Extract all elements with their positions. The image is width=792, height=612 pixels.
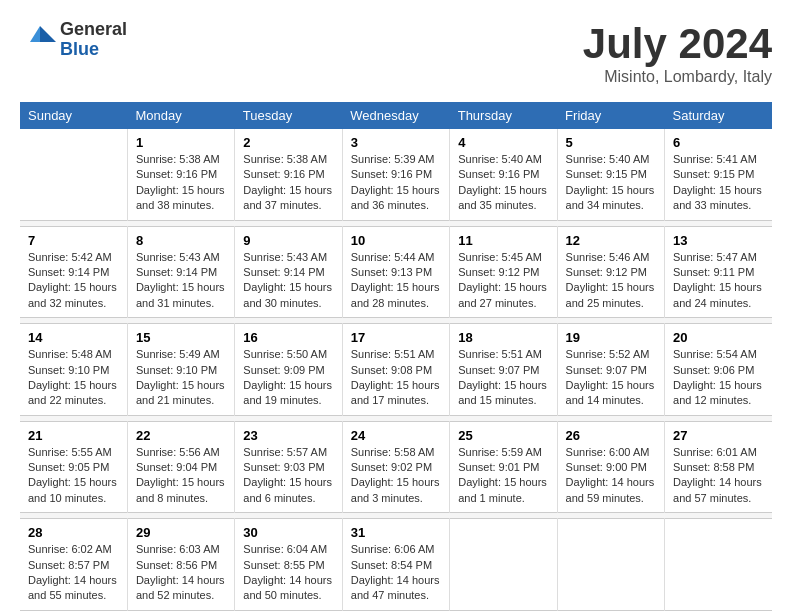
logo-blue: Blue — [60, 40, 127, 60]
day-number: 19 — [566, 330, 656, 345]
day-info: Sunrise: 5:45 AM Sunset: 9:12 PM Dayligh… — [458, 250, 548, 312]
day-info: Sunrise: 5:51 AM Sunset: 9:07 PM Dayligh… — [458, 347, 548, 409]
day-info: Sunrise: 5:55 AM Sunset: 9:05 PM Dayligh… — [28, 445, 119, 507]
weekday-header: Saturday — [665, 102, 772, 129]
day-info: Sunrise: 5:46 AM Sunset: 9:12 PM Dayligh… — [566, 250, 656, 312]
day-number: 9 — [243, 233, 333, 248]
calendar-cell — [450, 519, 557, 611]
calendar-table: SundayMondayTuesdayWednesdayThursdayFrid… — [20, 102, 772, 611]
day-number: 6 — [673, 135, 764, 150]
day-number: 22 — [136, 428, 226, 443]
calendar-week-row: 14Sunrise: 5:48 AM Sunset: 9:10 PM Dayli… — [20, 324, 772, 416]
day-number: 20 — [673, 330, 764, 345]
weekday-header: Monday — [127, 102, 234, 129]
weekday-header: Tuesday — [235, 102, 342, 129]
calendar-cell: 17Sunrise: 5:51 AM Sunset: 9:08 PM Dayli… — [342, 324, 449, 416]
day-number: 17 — [351, 330, 441, 345]
calendar-cell: 18Sunrise: 5:51 AM Sunset: 9:07 PM Dayli… — [450, 324, 557, 416]
day-info: Sunrise: 5:42 AM Sunset: 9:14 PM Dayligh… — [28, 250, 119, 312]
calendar-cell: 4Sunrise: 5:40 AM Sunset: 9:16 PM Daylig… — [450, 129, 557, 220]
calendar-cell: 16Sunrise: 5:50 AM Sunset: 9:09 PM Dayli… — [235, 324, 342, 416]
day-number: 3 — [351, 135, 441, 150]
calendar-cell: 11Sunrise: 5:45 AM Sunset: 9:12 PM Dayli… — [450, 226, 557, 318]
day-info: Sunrise: 5:50 AM Sunset: 9:09 PM Dayligh… — [243, 347, 333, 409]
day-number: 30 — [243, 525, 333, 540]
day-number: 12 — [566, 233, 656, 248]
calendar-cell: 28Sunrise: 6:02 AM Sunset: 8:57 PM Dayli… — [20, 519, 127, 611]
weekday-header: Thursday — [450, 102, 557, 129]
calendar-cell: 29Sunrise: 6:03 AM Sunset: 8:56 PM Dayli… — [127, 519, 234, 611]
logo: General Blue — [20, 20, 127, 60]
page-header: General Blue July 2024 Misinto, Lombardy… — [20, 20, 772, 86]
day-number: 26 — [566, 428, 656, 443]
day-number: 16 — [243, 330, 333, 345]
weekday-header-row: SundayMondayTuesdayWednesdayThursdayFrid… — [20, 102, 772, 129]
calendar-week-row: 1Sunrise: 5:38 AM Sunset: 9:16 PM Daylig… — [20, 129, 772, 220]
calendar-cell: 26Sunrise: 6:00 AM Sunset: 9:00 PM Dayli… — [557, 421, 664, 513]
day-info: Sunrise: 6:03 AM Sunset: 8:56 PM Dayligh… — [136, 542, 226, 604]
day-info: Sunrise: 5:44 AM Sunset: 9:13 PM Dayligh… — [351, 250, 441, 312]
day-info: Sunrise: 5:52 AM Sunset: 9:07 PM Dayligh… — [566, 347, 656, 409]
calendar-cell: 14Sunrise: 5:48 AM Sunset: 9:10 PM Dayli… — [20, 324, 127, 416]
calendar-week-row: 7Sunrise: 5:42 AM Sunset: 9:14 PM Daylig… — [20, 226, 772, 318]
day-info: Sunrise: 6:04 AM Sunset: 8:55 PM Dayligh… — [243, 542, 333, 604]
calendar-cell: 5Sunrise: 5:40 AM Sunset: 9:15 PM Daylig… — [557, 129, 664, 220]
day-number: 29 — [136, 525, 226, 540]
day-info: Sunrise: 5:48 AM Sunset: 9:10 PM Dayligh… — [28, 347, 119, 409]
weekday-header: Friday — [557, 102, 664, 129]
logo-general: General — [60, 20, 127, 40]
day-info: Sunrise: 5:49 AM Sunset: 9:10 PM Dayligh… — [136, 347, 226, 409]
day-number: 15 — [136, 330, 226, 345]
day-number: 10 — [351, 233, 441, 248]
calendar-cell: 8Sunrise: 5:43 AM Sunset: 9:14 PM Daylig… — [127, 226, 234, 318]
day-info: Sunrise: 5:39 AM Sunset: 9:16 PM Dayligh… — [351, 152, 441, 214]
day-info: Sunrise: 5:58 AM Sunset: 9:02 PM Dayligh… — [351, 445, 441, 507]
day-info: Sunrise: 6:02 AM Sunset: 8:57 PM Dayligh… — [28, 542, 119, 604]
day-number: 18 — [458, 330, 548, 345]
day-number: 25 — [458, 428, 548, 443]
day-number: 27 — [673, 428, 764, 443]
calendar-cell: 30Sunrise: 6:04 AM Sunset: 8:55 PM Dayli… — [235, 519, 342, 611]
svg-marker-0 — [40, 26, 56, 42]
calendar-cell: 6Sunrise: 5:41 AM Sunset: 9:15 PM Daylig… — [665, 129, 772, 220]
day-info: Sunrise: 6:01 AM Sunset: 8:58 PM Dayligh… — [673, 445, 764, 507]
location: Misinto, Lombardy, Italy — [583, 68, 772, 86]
calendar-cell: 9Sunrise: 5:43 AM Sunset: 9:14 PM Daylig… — [235, 226, 342, 318]
calendar-week-row: 21Sunrise: 5:55 AM Sunset: 9:05 PM Dayli… — [20, 421, 772, 513]
day-info: Sunrise: 5:56 AM Sunset: 9:04 PM Dayligh… — [136, 445, 226, 507]
day-info: Sunrise: 5:43 AM Sunset: 9:14 PM Dayligh… — [243, 250, 333, 312]
day-number: 4 — [458, 135, 548, 150]
calendar-cell: 31Sunrise: 6:06 AM Sunset: 8:54 PM Dayli… — [342, 519, 449, 611]
calendar-cell: 13Sunrise: 5:47 AM Sunset: 9:11 PM Dayli… — [665, 226, 772, 318]
calendar-cell: 3Sunrise: 5:39 AM Sunset: 9:16 PM Daylig… — [342, 129, 449, 220]
calendar-cell: 27Sunrise: 6:01 AM Sunset: 8:58 PM Dayli… — [665, 421, 772, 513]
day-info: Sunrise: 6:06 AM Sunset: 8:54 PM Dayligh… — [351, 542, 441, 604]
weekday-header: Wednesday — [342, 102, 449, 129]
calendar-cell: 10Sunrise: 5:44 AM Sunset: 9:13 PM Dayli… — [342, 226, 449, 318]
calendar-cell: 24Sunrise: 5:58 AM Sunset: 9:02 PM Dayli… — [342, 421, 449, 513]
day-info: Sunrise: 5:38 AM Sunset: 9:16 PM Dayligh… — [243, 152, 333, 214]
day-number: 14 — [28, 330, 119, 345]
day-number: 7 — [28, 233, 119, 248]
title-block: July 2024 Misinto, Lombardy, Italy — [583, 20, 772, 86]
day-number: 5 — [566, 135, 656, 150]
day-info: Sunrise: 6:00 AM Sunset: 9:00 PM Dayligh… — [566, 445, 656, 507]
day-info: Sunrise: 5:57 AM Sunset: 9:03 PM Dayligh… — [243, 445, 333, 507]
day-info: Sunrise: 5:41 AM Sunset: 9:15 PM Dayligh… — [673, 152, 764, 214]
calendar-cell: 25Sunrise: 5:59 AM Sunset: 9:01 PM Dayli… — [450, 421, 557, 513]
calendar-week-row: 28Sunrise: 6:02 AM Sunset: 8:57 PM Dayli… — [20, 519, 772, 611]
calendar-cell: 2Sunrise: 5:38 AM Sunset: 9:16 PM Daylig… — [235, 129, 342, 220]
calendar-cell: 20Sunrise: 5:54 AM Sunset: 9:06 PM Dayli… — [665, 324, 772, 416]
calendar-cell: 22Sunrise: 5:56 AM Sunset: 9:04 PM Dayli… — [127, 421, 234, 513]
logo-text: General Blue — [60, 20, 127, 60]
calendar-cell: 15Sunrise: 5:49 AM Sunset: 9:10 PM Dayli… — [127, 324, 234, 416]
day-info: Sunrise: 5:51 AM Sunset: 9:08 PM Dayligh… — [351, 347, 441, 409]
day-number: 8 — [136, 233, 226, 248]
day-number: 13 — [673, 233, 764, 248]
svg-marker-1 — [30, 26, 40, 42]
day-number: 21 — [28, 428, 119, 443]
calendar-cell — [557, 519, 664, 611]
day-number: 2 — [243, 135, 333, 150]
logo-icon — [20, 22, 56, 58]
day-number: 28 — [28, 525, 119, 540]
